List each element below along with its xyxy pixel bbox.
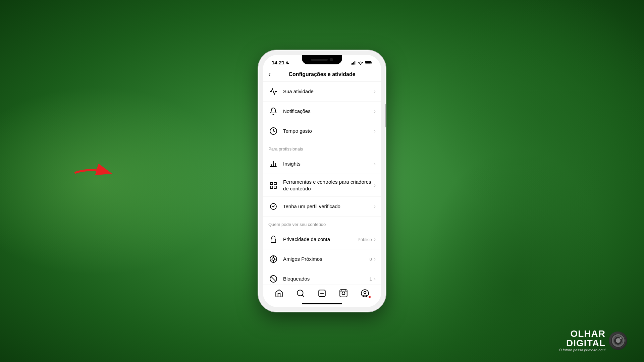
svg-rect-14 (270, 186, 273, 188)
publico-value: Público (358, 237, 372, 242)
status-time: 14:21 (272, 60, 290, 65)
nav-search[interactable] (292, 288, 309, 299)
chevron-icon: › (374, 88, 376, 95)
tempo-gasto-right: › (374, 128, 376, 134)
notificacoes-right: › (374, 108, 376, 114)
search-icon (296, 289, 305, 298)
annotation-arrow (72, 164, 112, 181)
home-indicator (263, 300, 381, 307)
notch-speaker (311, 59, 328, 61)
svg-rect-0 (351, 63, 352, 64)
svg-point-42 (616, 339, 620, 343)
watermark-brand: OLHARDIGITAL O futuro passa primeiro aqu… (559, 329, 627, 352)
menu-item-privacidade[interactable]: Privacidade da conta Público › (263, 230, 381, 249)
privacidade-right: Público › (358, 236, 376, 242)
side-button (385, 104, 386, 127)
ferramentas-icon (268, 180, 278, 190)
svg-rect-12 (270, 182, 273, 185)
svg-rect-6 (372, 62, 372, 63)
tempo-gasto-icon (268, 126, 278, 136)
svg-point-43 (620, 337, 622, 339)
svg-point-19 (272, 258, 275, 260)
insights-right: › (374, 161, 376, 167)
bloqueados-count: 1 (369, 277, 372, 282)
amigos-icon (268, 254, 278, 264)
chevron-icon: › (374, 182, 376, 188)
watermark-tagline: O futuro passa primeiro aqui (559, 348, 605, 352)
profile-dot (369, 296, 371, 298)
notificacoes-label: Notificações (283, 108, 374, 115)
svg-line-25 (271, 277, 276, 281)
content-area: Sua atividade › Notificações › (263, 82, 381, 285)
svg-rect-13 (274, 182, 276, 185)
chevron-icon: › (374, 236, 376, 242)
status-icons (351, 61, 372, 65)
nav-profile[interactable] (357, 288, 373, 299)
bloqueados-right: 1 › (369, 276, 376, 282)
screen: 14:21 (263, 55, 381, 307)
svg-rect-32 (340, 290, 347, 297)
nav-reels[interactable] (335, 288, 352, 299)
privacidade-label: Privacidade da conta (283, 236, 358, 243)
insights-icon (268, 159, 278, 169)
notch-camera (330, 58, 333, 61)
menu-item-tempo-gasto[interactable]: Tempo gasto › (263, 121, 381, 141)
menu-item-sua-atividade[interactable]: Sua atividade › (263, 82, 381, 102)
app-header: ‹ Configurações e atividade (263, 67, 381, 82)
home-icon (275, 289, 283, 298)
perfil-verificado-right: › (374, 203, 376, 209)
chevron-icon: › (374, 128, 376, 134)
chevron-icon: › (374, 161, 376, 167)
amigos-count: 0 (369, 257, 372, 262)
ferramentas-right: › (374, 182, 376, 188)
nav-home[interactable] (271, 288, 287, 299)
battery-icon (365, 61, 372, 65)
watermark: OLHARDIGITAL O futuro passa primeiro aqu… (559, 329, 627, 352)
home-bar (302, 303, 342, 304)
menu-item-perfil-verificado[interactable]: Tenha um perfil verificado › (263, 197, 381, 217)
section-header-privacy: Quem pode ver seu conteúdo (263, 217, 381, 230)
header-title: Configurações e atividade (288, 71, 355, 77)
watermark-logo (609, 331, 627, 350)
sua-atividade-right: › (374, 88, 376, 95)
nav-add[interactable] (314, 288, 330, 299)
svg-rect-1 (352, 63, 353, 65)
svg-rect-3 (355, 61, 355, 64)
svg-rect-5 (365, 62, 371, 63)
profile-icon (361, 289, 369, 298)
wifi-icon (358, 61, 363, 65)
menu-item-bloqueados[interactable]: Bloqueados 1 › (263, 269, 381, 285)
insights-label: Insights (283, 161, 374, 167)
bloqueados-label: Bloqueados (283, 276, 369, 282)
svg-point-37 (361, 290, 369, 297)
menu-item-notificacoes[interactable]: Notificações › (263, 102, 381, 121)
svg-rect-15 (274, 186, 276, 188)
back-button[interactable]: ‹ (268, 70, 271, 79)
svg-rect-2 (353, 62, 354, 64)
svg-rect-17 (271, 239, 276, 243)
svg-point-33 (342, 292, 345, 295)
chevron-icon: › (374, 256, 376, 262)
menu-item-amigos[interactable]: Amigos Próximos 0 › (263, 249, 381, 269)
chevron-icon: › (374, 108, 376, 114)
watermark-name: OLHARDIGITAL (559, 329, 605, 348)
perfil-verificado-label: Tenha um perfil verificado (283, 203, 374, 210)
sua-atividade-icon (268, 86, 278, 97)
notch (302, 55, 342, 64)
menu-item-ferramentas[interactable]: Ferramentas e controles para criadores d… (263, 174, 381, 197)
ferramentas-label: Ferramentas e controles para criadores d… (283, 179, 374, 192)
bottom-nav (263, 285, 381, 300)
bloqueados-icon (268, 274, 278, 284)
amigos-right: 0 › (369, 256, 376, 262)
tempo-gasto-label: Tempo gasto (283, 128, 374, 134)
menu-item-insights[interactable]: Insights › (263, 154, 381, 174)
chevron-icon: › (374, 203, 376, 209)
privacidade-icon (268, 234, 278, 244)
amigos-label: Amigos Próximos (283, 256, 369, 262)
moon-icon (286, 61, 290, 65)
svg-point-36 (345, 290, 345, 291)
red-arrow-icon (72, 164, 112, 181)
svg-point-35 (341, 290, 342, 291)
svg-line-28 (302, 295, 304, 297)
phone-shell: 14:21 (258, 50, 386, 312)
